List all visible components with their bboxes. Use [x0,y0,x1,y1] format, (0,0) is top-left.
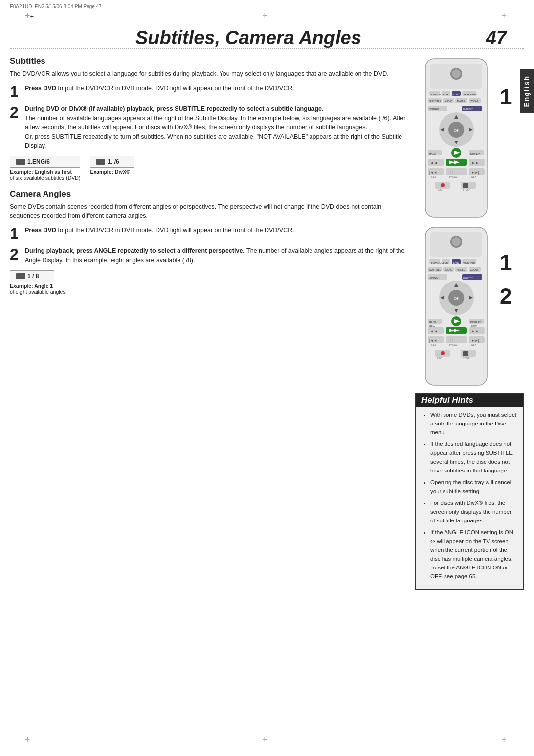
svg-text:SETUP: SETUP [466,276,473,279]
svg-text:DISPLAY: DISPLAY [470,152,481,155]
hint-list: With some DVDs, you must select a subtit… [422,411,517,581]
remote-num-2a: 1 [500,252,512,274]
svg-text:|◄◄: |◄◄ [429,339,437,343]
svg-point-64 [452,237,461,246]
crosshair-top-right: + [501,11,507,21]
svg-text:ANGLE: ANGLE [457,100,466,103]
svg-text:SUBTITLE: SUBTITLE [429,100,442,103]
svg-text:ZOOM: ZOOM [470,100,478,103]
remote-group-1: TV/VIDEO VCR DVD VCR Plus+ SUBTITLE AUDI… [415,56,524,220]
camera-angles-title: Camera Angles [10,189,410,199]
svg-text:►►|: ►►| [471,171,479,175]
svg-text:ANGLE: ANGLE [457,268,466,271]
hint-item: Opening the disc tray will cancel your s… [430,478,517,496]
remote-num-2b: 2 [500,285,512,307]
svg-text:VCR: VCR [443,261,448,264]
svg-text:TV/VIDEO: TV/VIDEO [431,93,444,96]
camera-step1-bold: Press DVD [25,227,56,234]
camera-angles-section: Camera Angles Some DVDs contain scenes r… [10,189,410,295]
camera-step1-text: to put the DVD/VCR in DVD mode. DVD ligh… [56,227,294,234]
crosshair-bottom-left: + [25,735,30,745]
svg-text:OK: OK [454,128,460,133]
remote-numbers-2: 1 2 [500,225,512,307]
camera-step2-content: During playback, press ANGLE repeatedly … [25,246,410,265]
hint-item: With some DVDs, you must select a subtit… [430,411,517,437]
display-icon1 [16,159,25,165]
hint-item: If the ANGLE ICON setting is ON, ⇔ will … [430,528,517,581]
angle-example-area: 1 / 8 Example: Angle 1 of eight availabl… [10,270,410,295]
step1-content: Press DVD to put the DVD/VCR in DVD mode… [25,84,294,93]
svg-text:MENU: MENU [432,108,438,110]
page-number: 47 [486,27,507,48]
example2-text: 1. /6 [107,158,119,165]
svg-text:VCR Plus+: VCR Plus+ [463,93,477,96]
svg-text:►►: ►► [471,161,479,165]
svg-text:AUDIO: AUDIO [445,100,452,103]
svg-text:NEXT: NEXT [471,175,478,178]
angle-display-text: 1 / 8 [27,273,39,280]
step1-bold: Press DVD [25,85,56,92]
example1: 1.ENG/6 Example: English as first of six… [10,156,80,181]
camera-step1-content: Press DVD to put the DVD/VCR in DVD mode… [25,226,294,235]
example2-box: 1. /6 [90,156,134,168]
example1-text: 1.ENG/6 [27,158,50,165]
step2-content: During DVD or DivX® (if available) playb… [25,104,410,151]
hint-item: If the desired language does not appear … [430,440,517,475]
english-tab: English [520,69,534,113]
camera-step2-bold: During playback, press ANGLE repeatedly … [25,247,245,254]
display-icon2 [96,159,105,165]
svg-text:BACK: BACK [429,152,436,155]
subtitles-step2: 2 During DVD or DivX® (if available) pla… [10,104,410,151]
svg-text:DISPLAY: DISPLAY [470,321,481,324]
step1-number: 1 [10,84,21,99]
svg-point-120 [441,351,445,355]
svg-text:◄◄: ◄◄ [430,161,438,165]
svg-text:◄◄: ◄◄ [430,329,438,333]
svg-text:VCR Plus+: VCR Plus+ [463,261,477,264]
svg-text:AUDIO: AUDIO [445,268,452,271]
step2-number: 2 [10,104,21,120]
right-column: TV/VIDEO VCR DVD VCR Plus+ SUBTITLE AUDI… [415,56,524,590]
svg-text:PREV: PREV [430,175,437,178]
display-examples: 1.ENG/6 Example: English as first of six… [10,156,410,181]
example1-label: Example: English as first of six availab… [10,169,80,181]
svg-text:MENU: MENU [432,276,438,279]
camera-step2-number: 2 [10,246,21,262]
svg-text:►►: ►► [471,329,479,333]
svg-point-57 [441,183,445,187]
svg-text:STOP: STOP [463,189,470,191]
svg-rect-58 [463,183,468,188]
svg-text:REW: REW [429,325,435,328]
svg-text:DVD: DVD [453,93,459,96]
remote-numbers-1: 1 [500,56,512,108]
camera-step1: 1 Press DVD to put the DVD/VCR in DVD mo… [10,226,410,241]
left-column: Subtitles The DVD/VCR allows you to sele… [10,56,410,590]
svg-text:BACK: BACK [429,321,436,324]
crosshair-top-center: + [262,11,267,21]
camera-angles-intro: Some DVDs contain scenes recorded from d… [10,202,410,221]
file-info: E8A21UD_EN2 5/15/06 8:04 PM Page 47 [10,4,102,9]
example2: 1. /6 Example: DivX® [90,156,134,181]
svg-point-3 [452,69,461,78]
svg-text:DVD: DVD [453,261,459,264]
example1-box: 1.ENG/6 [10,156,80,168]
svg-text:SETUP: SETUP [466,108,473,110]
subtitles-title: Subtitles [10,56,410,66]
crosshair-bottom-center: + [262,735,267,745]
svg-text:►►|: ►►| [471,339,479,343]
angle-example-box: 1 / 8 [10,270,54,282]
svg-text:SUBTITLE: SUBTITLE [429,268,442,271]
subtitles-step1: 1 Press DVD to put the DVD/VCR in DVD mo… [10,84,410,99]
subtitles-intro: The DVD/VCR allows you to select a langu… [10,69,410,79]
page-title: Subtitles, Camera Angles [0,27,482,48]
svg-text:NEXT: NEXT [471,343,478,346]
svg-text:PREV: PREV [430,343,437,346]
svg-text:REC: REC [437,189,442,191]
example2-label: Example: DivX® [90,169,134,175]
step1-text: to put the DVD/VCR in DVD mode. DVD ligh… [56,85,294,92]
svg-text:FFW: FFW [471,325,477,328]
page-title-area: Subtitles, Camera Angles 47 [0,27,534,48]
subtitles-section: Subtitles The DVD/VCR allows you to sele… [10,56,410,181]
svg-text:⏸: ⏸ [449,170,454,175]
hint-item: For discs with DivX® files, the screen o… [430,499,517,525]
